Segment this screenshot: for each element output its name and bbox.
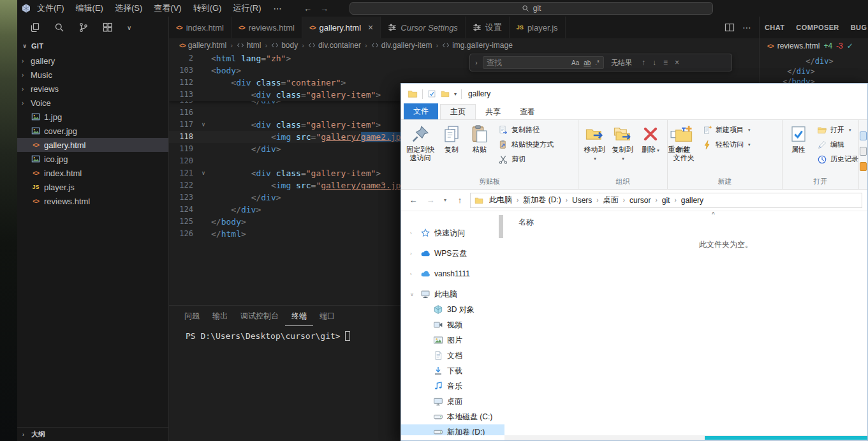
panel-tab-输出[interactable]: 输出 bbox=[206, 306, 234, 326]
nav-item-此电脑[interactable]: ∨此电脑 bbox=[401, 287, 504, 302]
menu-查看(V)[interactable]: 查看(V) bbox=[148, 0, 187, 17]
tab-player.js[interactable]: JSplayer.js bbox=[510, 17, 566, 38]
ribbon-paste-button[interactable]: 粘贴 bbox=[466, 123, 493, 156]
column-header-name[interactable]: 名称 bbox=[504, 215, 867, 229]
tree-item-reviews.html[interactable]: <>reviews.html bbox=[17, 194, 168, 208]
explorer-section-header[interactable]: ∨ GIT bbox=[17, 38, 168, 54]
source-control-icon[interactable] bbox=[78, 22, 89, 33]
ribbon-del-button[interactable]: 删除▾ bbox=[637, 123, 664, 156]
panel-tab-端口[interactable]: 端口 bbox=[313, 306, 341, 326]
breadcrumb-item-body[interactable]: body bbox=[270, 41, 299, 50]
breadcrumb-item-img.gallery-image[interactable]: img.gallery-image bbox=[441, 41, 514, 50]
explorer-view-icon[interactable] bbox=[30, 22, 40, 33]
tree-item-index.html[interactable]: <>index.html bbox=[17, 166, 168, 180]
outline-section-header[interactable]: › 大纲 bbox=[17, 427, 168, 441]
ribbon-paste-shortcut-button[interactable]: 粘贴快捷方式 bbox=[498, 138, 554, 151]
changed-file-row[interactable]: <> reviews.html +4 -3 ✓ bbox=[760, 38, 868, 54]
sort-ascending-icon[interactable]: ^ bbox=[712, 211, 715, 218]
command-search-box[interactable]: git bbox=[349, 2, 713, 15]
properties-quick-icon[interactable] bbox=[427, 89, 436, 98]
tab-reviews.html[interactable]: <>reviews.html bbox=[232, 17, 302, 38]
assistant-tab-CHAT[interactable]: CHAT bbox=[765, 24, 784, 31]
panel-tab-终端[interactable]: 终端 bbox=[285, 306, 313, 326]
address-segment-此电脑[interactable]: 此电脑 bbox=[485, 195, 517, 206]
nav-item-图片[interactable]: 图片 bbox=[401, 333, 504, 348]
nav-item-视频[interactable]: 视频 bbox=[401, 317, 504, 333]
explorer-forward-button[interactable]: → bbox=[423, 195, 438, 205]
tab-index.html[interactable]: <>index.html bbox=[169, 17, 232, 38]
chevron-right-icon[interactable]: › bbox=[410, 230, 416, 236]
menu-overflow-button[interactable]: ⋯ bbox=[267, 4, 288, 13]
chevron-down-icon[interactable]: ∨ bbox=[410, 292, 416, 297]
tab-Cursor Settings[interactable]: Cursor Settings bbox=[381, 17, 466, 38]
menu-文件(F)[interactable]: 文件(F) bbox=[31, 0, 70, 17]
menu-选择(S)[interactable]: 选择(S) bbox=[109, 0, 148, 17]
history-back-button[interactable]: ← bbox=[299, 4, 316, 13]
more-actions-icon[interactable]: ⋯ bbox=[742, 22, 751, 33]
nav-item-WPS云盘[interactable]: ›WPS云盘 bbox=[401, 246, 504, 261]
split-editor-icon[interactable] bbox=[725, 22, 735, 33]
find-expand-icon[interactable]: › bbox=[473, 59, 480, 66]
tree-item-player.js[interactable]: JSplayer.js bbox=[17, 180, 168, 194]
fold-chevron-icon[interactable]: ∨ bbox=[198, 167, 209, 179]
explorer-back-button[interactable]: ← bbox=[406, 195, 420, 205]
nav-item-音乐[interactable]: 音乐 bbox=[401, 378, 504, 394]
ribbon-new-folder-button[interactable]: 新建 文件夹 bbox=[670, 123, 697, 164]
customize-toolbar-icon[interactable]: ▾ bbox=[454, 91, 457, 97]
address-segment-git[interactable]: git bbox=[658, 196, 675, 205]
files-pane[interactable]: ^ 名称 此文件夹为空。 bbox=[504, 211, 867, 435]
nav-item-本地磁盘 (C:)[interactable]: 本地磁盘 (C:) bbox=[401, 409, 504, 424]
nav-item-文档[interactable]: 文档 bbox=[401, 348, 504, 363]
tree-item-gallery.html[interactable]: <>gallery.html bbox=[17, 138, 168, 152]
address-segment-桌面[interactable]: 桌面 bbox=[599, 195, 623, 206]
nav-item-快速访问[interactable]: ›快速访问 bbox=[401, 225, 504, 241]
nav-item-3D 对象[interactable]: 3D 对象 bbox=[401, 302, 504, 317]
breadcrumb-item-html[interactable]: html bbox=[235, 41, 263, 50]
panel-tab-调试控制台[interactable]: 调试控制台 bbox=[234, 306, 285, 326]
tab-close-icon[interactable]: × bbox=[368, 23, 373, 32]
find-input[interactable]: 查找 Aa ab .* bbox=[483, 56, 604, 69]
ribbon-easy-access-button[interactable]: 轻松访问▾ bbox=[702, 138, 751, 151]
whole-word-toggle[interactable]: ab bbox=[583, 59, 591, 66]
tree-item-reviews[interactable]: ›reviews bbox=[17, 82, 168, 96]
tree-item-cover.jpg[interactable]: cover.jpg bbox=[17, 124, 168, 138]
ribbon-copy-path-button[interactable]: 复制路径 bbox=[498, 124, 554, 136]
assistant-tab-BUG[interactable]: BUG bbox=[851, 24, 867, 31]
chevron-right-icon[interactable]: › bbox=[410, 271, 416, 277]
address-bar[interactable]: 此电脑›新加卷 (D:)›Users›桌面›cursor›git›gallery bbox=[470, 193, 862, 208]
ribbon-pin-button[interactable]: 固定到快 速访问 bbox=[404, 123, 437, 164]
nav-item-新加卷 (D:)[interactable]: 新加卷 (D:) bbox=[401, 424, 504, 435]
nav-item-桌面[interactable]: 桌面 bbox=[401, 394, 504, 409]
tab-设置[interactable]: 设置 bbox=[466, 17, 510, 38]
tree-item-Voice[interactable]: ›Voice bbox=[17, 96, 168, 110]
ribbon-history-button[interactable]: 历史记录 bbox=[817, 153, 858, 165]
horizontal-scrollbar[interactable] bbox=[504, 435, 867, 440]
chevron-down-icon[interactable]: ∨ bbox=[127, 24, 131, 31]
menu-运行(R)[interactable]: 运行(R) bbox=[227, 0, 267, 17]
panel-tab-问题[interactable]: 问题 bbox=[178, 306, 206, 326]
nav-scrollbar-thumb[interactable] bbox=[499, 215, 503, 238]
chevron-right-icon[interactable]: › bbox=[410, 251, 416, 257]
search-view-icon[interactable] bbox=[54, 22, 64, 33]
ribbon-tab-主页[interactable]: 主页 bbox=[440, 104, 476, 119]
tree-item-1.jpg[interactable]: 1.jpg bbox=[17, 110, 168, 124]
breadcrumb-item-gallery.html[interactable]: <>gallery.html bbox=[178, 41, 228, 50]
menu-编辑(E)[interactable]: 编辑(E) bbox=[70, 0, 109, 17]
scrollbar-thumb[interactable] bbox=[705, 436, 867, 440]
tree-item-ico.jpg[interactable]: ico.jpg bbox=[17, 152, 168, 166]
ribbon-open-button[interactable]: 打开▾ bbox=[817, 124, 858, 136]
ribbon-tab-共享[interactable]: 共享 bbox=[476, 105, 510, 119]
find-filter-button[interactable]: ≡ bbox=[661, 58, 670, 67]
ribbon-cut-button[interactable]: 剪切 bbox=[498, 153, 554, 165]
breadcrumb-item-div.container[interactable]: div.container bbox=[307, 41, 362, 50]
assistant-tab-COMPOSER[interactable]: COMPOSER bbox=[796, 24, 839, 31]
accept-check-icon[interactable]: ✓ bbox=[847, 41, 853, 50]
find-prev-button[interactable]: ↑ bbox=[640, 58, 647, 67]
nav-item-vansh1111[interactable]: ›vansh1111 bbox=[401, 266, 504, 281]
ribbon-copy-button[interactable]: 复制 bbox=[438, 123, 465, 156]
ribbon-new-item-button[interactable]: 新建项目▾ bbox=[702, 124, 751, 136]
address-segment-新加卷 (D:)[interactable]: 新加卷 (D:) bbox=[519, 195, 565, 206]
tab-gallery.html[interactable]: <>gallery.html× bbox=[302, 17, 381, 38]
regex-toggle[interactable]: .* bbox=[594, 59, 600, 66]
ribbon-tab-查看[interactable]: 查看 bbox=[510, 105, 545, 119]
